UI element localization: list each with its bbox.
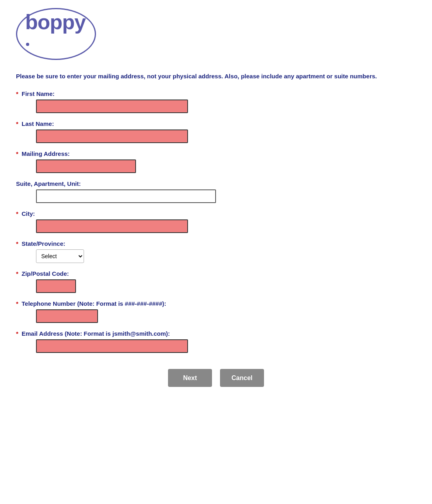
required-star: * [16,120,18,127]
mailing-address-input[interactable] [36,159,136,173]
logo-dot [26,43,29,46]
required-star: * [16,240,18,247]
cancel-button[interactable]: Cancel [220,369,264,387]
boppy-logo: boppy [16,8,96,60]
required-star: * [16,150,18,157]
required-star: * [16,210,18,217]
phone-input[interactable] [36,309,98,323]
zip-input[interactable] [36,279,76,293]
zip-label: * Zip/Postal Code: [16,270,416,277]
email-label: * Email Address (Note: Format is jsmith@… [16,330,416,337]
mailing-notice: Please be sure to enter your mailing add… [16,72,416,80]
logo-container: boppy [16,8,416,60]
required-star: * [16,90,18,97]
email-input[interactable] [36,339,188,353]
email-group: * Email Address (Note: Format is jsmith@… [16,330,416,353]
mailing-address-label: * Mailing Address: [16,150,416,157]
first-name-input[interactable] [36,100,188,113]
phone-label: * Telephone Number (Note: Format is ###-… [16,300,416,307]
last-name-group: * Last Name: [16,120,416,143]
last-name-input[interactable] [36,129,188,143]
state-group: * State/Province: Select ALAKAZAR CACOCT… [16,240,416,263]
button-row: Next Cancel [16,369,416,387]
suite-group: Suite, Apartment, Unit: [16,180,416,203]
city-input[interactable] [36,219,188,233]
suite-label: Suite, Apartment, Unit: [16,180,416,187]
logo-text: boppy [25,10,87,58]
state-label: * State/Province: [16,240,416,247]
next-button[interactable]: Next [168,369,212,387]
zip-group: * Zip/Postal Code: [16,270,416,293]
required-star: * [16,270,18,277]
first-name-label: * First Name: [16,90,416,97]
first-name-group: * First Name: [16,90,416,113]
required-star: * [16,300,18,307]
city-label: * City: [16,210,416,217]
state-select[interactable]: Select ALAKAZAR CACOCTDE FLGAHIID ILINIA… [36,249,84,263]
mailing-address-group: * Mailing Address: [16,150,416,173]
last-name-label: * Last Name: [16,120,416,127]
phone-group: * Telephone Number (Note: Format is ###-… [16,300,416,323]
city-group: * City: [16,210,416,233]
required-star: * [16,330,18,337]
suite-input[interactable] [36,189,216,203]
